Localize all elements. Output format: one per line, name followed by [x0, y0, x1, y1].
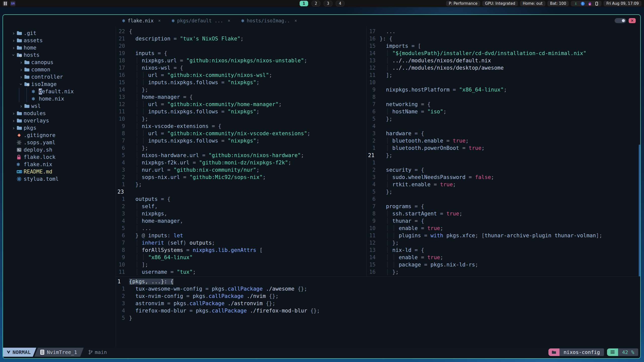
code-line[interactable]: 3 astronvim = pkgs.callPackage ./astronv…: [116, 300, 640, 307]
phone-icon[interactable]: [595, 2, 599, 6]
code-line[interactable]: 1 │ bluetooth.powerOnBoot = true;: [367, 145, 640, 152]
code-line[interactable]: 9 │ nix-vscode-extensions = {: [116, 123, 366, 130]
workspace-button-1[interactable]: 1: [300, 1, 308, 6]
code-line[interactable]: 7 │ inherit (self) outputs;: [116, 239, 366, 247]
code-line[interactable]: 22{: [116, 28, 366, 35]
code-line[interactable]: 17 │ nixos-wsl = {: [116, 64, 366, 72]
tree-item-deploy-sh[interactable]: deploy.sh: [3, 146, 116, 153]
code-line[interactable]: 9 nixpkgs.hostPlatform = "x86_64-linux";: [367, 86, 640, 94]
tree-item--sops-yaml[interactable]: .sops.yaml: [3, 139, 116, 146]
app-launcher-button[interactable]: [3, 1, 8, 6]
workspace-button-3[interactable]: 3: [324, 1, 332, 6]
code-line[interactable]: 3 │ nur.url = "github:nix-community/nur"…: [116, 166, 366, 174]
tree-item-flake-lock[interactable]: flake.lock: [3, 153, 116, 161]
code-line[interactable]: 7 │ │ inputs.nixpkgs.follows = "nixpkgs"…: [116, 137, 366, 145]
code-line[interactable]: 6 │ hostName = "iso";: [367, 108, 640, 115]
code-line[interactable]: 2 security = {: [367, 166, 640, 174]
code-line[interactable]: 4 │ home-manager,: [116, 217, 366, 225]
tab-pkgs-default-[interactable]: ❄pkgs/default ...×: [166, 15, 236, 26]
tree-item-README-md[interactable]: README.md: [3, 168, 116, 175]
code-line[interactable]: 16 │ };: [367, 268, 640, 276]
tab-close-icon[interactable]: ×: [228, 18, 230, 23]
tree-item-stylua-toml[interactable]: stylua.toml: [3, 175, 116, 183]
tab-close-icon[interactable]: ×: [294, 18, 297, 23]
code-line[interactable]: 5 };: [367, 115, 640, 123]
code-line[interactable]: 2 │ self,: [116, 203, 366, 210]
nvimtree-file-explorer[interactable]: ›.git›assets›home›hosts›canopus›common›c…: [3, 26, 116, 347]
code-line[interactable]: 7 networking = {: [367, 101, 640, 108]
code-line[interactable]: 18 │ nixpkgs.url = "github:nixos/nixpkgs…: [116, 57, 366, 64]
close-button[interactable]: ×: [629, 18, 636, 23]
code-line[interactable]: 4 │ rtkit.enable = true;: [367, 181, 640, 188]
tree-item-overlays[interactable]: ›overlays: [3, 117, 116, 124]
tree-item-home-nix[interactable]: ❄home.nix: [3, 95, 116, 102]
code-line[interactable]: 10: [367, 79, 640, 86]
code-line[interactable]: 8: [367, 94, 640, 101]
code-line[interactable]: 10 │ │ enable = true;: [367, 225, 640, 232]
code-line[interactable]: 12 │ };: [367, 239, 640, 247]
tree-item--gitignore[interactable]: .gitignore: [3, 131, 116, 139]
code-line[interactable]: 23: [116, 188, 366, 196]
tree-item-pkgs[interactable]: ›pkgs: [3, 124, 116, 131]
tree-item-hosts[interactable]: ›hosts: [3, 51, 116, 59]
code-line[interactable]: 6 } @ inputs: let: [116, 232, 366, 239]
code-line[interactable]: 13 │ home-manager = {: [116, 94, 366, 101]
code-line[interactable]: 1: [367, 159, 640, 166]
code-line[interactable]: 21 description = "tux's NixOS Flake";: [116, 35, 366, 42]
code-line[interactable]: 4 │ nixpkgs-f2k.url = "github:moni-dz/ni…: [116, 159, 366, 166]
code-line[interactable]: 6 │ };: [116, 145, 366, 152]
code-line[interactable]: 10 │ };: [116, 115, 366, 123]
code-line[interactable]: 11 │ │ inputs.nixpkgs.follows = "nixpkgs…: [116, 108, 366, 115]
tree-item-common[interactable]: ›common: [3, 66, 116, 73]
code-line[interactable]: 8 │ │ url = "github:nix-community/nix-vs…: [116, 130, 366, 137]
code-line[interactable]: 12 │ │ url = "github:nix-community/home-…: [116, 101, 366, 108]
code-line[interactable]: 1 };: [116, 181, 366, 188]
code-line[interactable]: 17 ...: [367, 28, 640, 35]
code-line[interactable]: 1 outputs = {: [116, 196, 366, 203]
code-line[interactable]: 15 │ │ inputs.nixpkgs.follows = "nixpkgs…: [116, 79, 366, 86]
code-line[interactable]: 5 │ ...: [116, 225, 366, 232]
tree-item-controller[interactable]: ›controller: [3, 73, 116, 80]
code-line[interactable]: 4 firefox-mod-blur = pkgs.callPackage ./…: [116, 307, 640, 314]
code-line[interactable]: 6: [367, 196, 640, 203]
code-line[interactable]: 11 │ │ plugins = with pkgs.xfce; [thunar…: [367, 232, 640, 239]
code-line[interactable]: 11 │ username = "tux";: [116, 268, 366, 276]
code-line[interactable]: 1{pkgs, ...}: {: [116, 278, 640, 285]
tree-item-canopus[interactable]: ›canopus: [3, 59, 116, 66]
code-line[interactable]: 1 tux-awesome-wm-config = pkgs.callPacka…: [116, 285, 640, 293]
code-line[interactable]: 19 inputs = {: [116, 50, 366, 57]
code-line[interactable]: 10 │ ];: [116, 261, 366, 268]
tree-item-wsl[interactable]: ›wsl: [3, 102, 116, 110]
code-line[interactable]: 13 │ ../../modules/nixos/default.nix: [367, 57, 640, 64]
code-line[interactable]: 15 │ │ package = pkgs.nix-ld-rs;: [367, 261, 640, 268]
code-line[interactable]: 5}: [116, 314, 640, 322]
code-line[interactable]: 16}: {: [367, 35, 640, 42]
code-line[interactable]: 16 │ │ url = "github:nix-community/nixos…: [116, 72, 366, 79]
tab-hosts-isoImag-[interactable]: ❄hosts/isoImag..×: [236, 15, 302, 26]
code-line[interactable]: 2 │ bluetooth.enable = true;: [367, 137, 640, 145]
code-line[interactable]: 5 };: [367, 188, 640, 196]
code-line[interactable]: 9 │ │ "x86_64-linux": [116, 254, 366, 261]
scissors-icon[interactable]: ✂: [574, 2, 578, 6]
code-line[interactable]: 3 │ nixpkgs,: [116, 210, 366, 217]
code-line[interactable]: 21 };: [367, 152, 640, 159]
code-line[interactable]: 3 │ sudo.wheelNeedsPassword = false;: [367, 174, 640, 181]
editor-pane-flake-nix[interactable]: 22{21 description = "tux's NixOS Flake";…: [116, 26, 366, 276]
tree-item-isoImage[interactable]: ›isoImage: [3, 80, 116, 88]
terminal-app-button[interactable]: $N: [10, 1, 16, 6]
tree-item-modules[interactable]: ›modules: [3, 110, 116, 117]
code-line[interactable]: 8 │ ssh.startAgent = true;: [367, 210, 640, 217]
code-line[interactable]: 14 │ };: [116, 86, 366, 94]
code-line[interactable]: 20: [116, 42, 366, 50]
tree-item-flake-nix[interactable]: ❄flake.nix: [3, 161, 116, 168]
code-line[interactable]: 3 hardware = {: [367, 130, 640, 137]
code-line[interactable]: 11 ];: [367, 72, 640, 79]
code-line[interactable]: 5 │ nixos-hardware.url = "github:nixos/n…: [116, 152, 366, 159]
bluetooth-icon[interactable]: ᛒ: [581, 2, 585, 6]
workspace-button-4[interactable]: 4: [336, 1, 344, 6]
code-line[interactable]: 13 │ nix-ld = {: [367, 247, 640, 254]
code-line[interactable]: 8 │ forAllSystems = nixpkgs.lib.genAttrs…: [116, 247, 366, 254]
code-line[interactable]: 15 imports = [: [367, 42, 640, 50]
editor-pane-iso-default-nix[interactable]: 17 ...16}: {15 imports = [14 │ "${module…: [366, 26, 640, 276]
code-line[interactable]: 9 │ thunar = {: [367, 217, 640, 225]
